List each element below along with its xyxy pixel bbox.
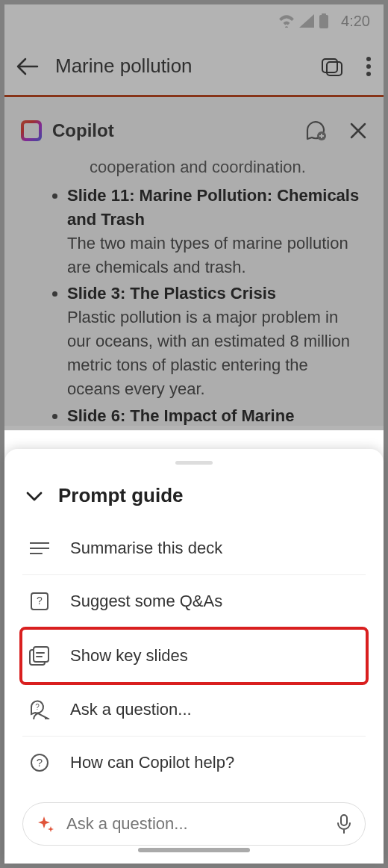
prompt-label: Summarise this deck bbox=[70, 539, 222, 558]
back-button[interactable] bbox=[16, 55, 39, 78]
wifi-icon bbox=[278, 14, 295, 28]
arrow-left-icon bbox=[16, 58, 39, 75]
svg-point-4 bbox=[366, 72, 371, 76]
copilot-response: cooperation and coordination. Slide 11: … bbox=[4, 155, 384, 426]
status-bar: 4:20 bbox=[4, 4, 384, 37]
battery-icon bbox=[319, 13, 329, 28]
prompt-guide-title: Prompt guide bbox=[58, 484, 184, 507]
ask-input-container[interactable] bbox=[22, 802, 366, 846]
svg-rect-0 bbox=[319, 15, 328, 28]
chat-plus-icon bbox=[304, 120, 327, 142]
more-options-button[interactable] bbox=[366, 56, 372, 77]
summarise-icon bbox=[28, 537, 51, 559]
key-slides-icon bbox=[28, 645, 51, 667]
document-title: Marine pollution bbox=[55, 55, 304, 78]
app-header: Marine pollution bbox=[4, 37, 384, 97]
prompt-guide-sheet: Prompt guide Summarise this deck ? Sugge… bbox=[4, 449, 384, 864]
copilot-panel-title: Copilot bbox=[52, 120, 294, 141]
copilot-logo-icon bbox=[21, 120, 42, 141]
qa-icon: ? bbox=[28, 590, 51, 613]
microphone-icon bbox=[337, 814, 351, 834]
sparkle-icon bbox=[37, 815, 54, 833]
svg-rect-13 bbox=[341, 815, 347, 825]
nav-home-pill[interactable] bbox=[138, 848, 250, 852]
slide-summary-item: Slide 6: The Impact of Marine Pollution … bbox=[67, 403, 361, 426]
svg-rect-1 bbox=[322, 13, 326, 16]
svg-point-3 bbox=[366, 64, 371, 69]
svg-point-2 bbox=[366, 57, 371, 61]
prompt-label: Show key slides bbox=[70, 646, 188, 666]
copilot-header-button[interactable] bbox=[321, 55, 343, 78]
prompt-suggest-qa[interactable]: ? Suggest some Q&As bbox=[22, 575, 366, 628]
prompt-guide-header[interactable]: Prompt guide bbox=[4, 478, 384, 522]
prompt-summarise-deck[interactable]: Summarise this deck bbox=[22, 522, 366, 575]
prompt-label: How can Copilot help? bbox=[70, 753, 234, 772]
slide-summary-item: Slide 3: The Plastics Crisis Plastic pol… bbox=[67, 280, 361, 402]
status-time: 4:20 bbox=[341, 13, 370, 30]
svg-rect-9 bbox=[34, 647, 48, 662]
svg-text:?: ? bbox=[37, 595, 43, 607]
sheet-drag-handle[interactable] bbox=[175, 461, 213, 465]
prompt-show-key-slides[interactable]: Show key slides bbox=[19, 627, 369, 685]
prompt-label: Ask a question... bbox=[70, 700, 192, 719]
new-chat-button[interactable] bbox=[304, 120, 327, 142]
copilot-icon bbox=[321, 55, 343, 78]
mic-button[interactable] bbox=[337, 814, 351, 834]
slide-summary-item: Slide 11: Marine Pollution: Chemicals an… bbox=[67, 182, 361, 281]
prompt-ask-question[interactable]: ? Ask a question... bbox=[22, 683, 366, 737]
prompt-how-help[interactable]: ? How can Copilot help? bbox=[22, 737, 366, 789]
chevron-down-icon bbox=[25, 490, 43, 502]
copilot-panel: Copilot cooperation and coordination. bbox=[4, 97, 384, 426]
prompt-label: Suggest some Q&As bbox=[70, 592, 222, 611]
close-icon bbox=[349, 122, 367, 140]
response-fragment: cooperation and coordination. bbox=[34, 155, 361, 182]
ask-question-icon: ? bbox=[28, 698, 51, 721]
help-icon: ? bbox=[28, 751, 51, 774]
svg-text:?: ? bbox=[37, 756, 43, 769]
close-copilot-button[interactable] bbox=[349, 122, 367, 140]
ask-input[interactable] bbox=[66, 814, 325, 834]
more-vertical-icon bbox=[366, 56, 372, 77]
signal-icon bbox=[299, 14, 314, 28]
svg-text:?: ? bbox=[35, 703, 40, 711]
system-nav-bar[interactable] bbox=[4, 841, 384, 859]
